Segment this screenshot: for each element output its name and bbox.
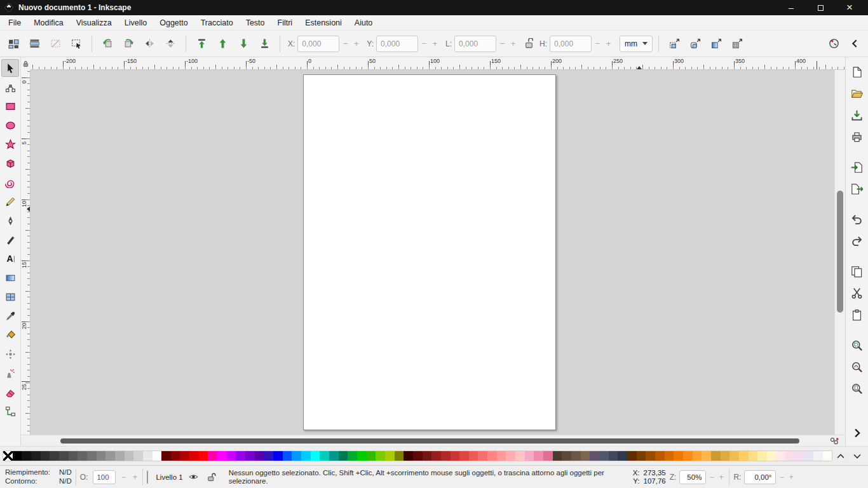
palette-swatch[interactable] xyxy=(245,451,255,461)
palette-swatch[interactable] xyxy=(161,451,171,461)
palette-swatch[interactable] xyxy=(87,451,97,461)
scale-gradient-toggle[interactable] xyxy=(707,34,726,53)
new-document-button[interactable] xyxy=(848,62,867,81)
vertical-scrollbar[interactable] xyxy=(834,70,845,435)
palette-swatch[interactable] xyxy=(255,451,264,461)
layer-selector[interactable]: Livello 1 xyxy=(156,473,182,481)
palette-swatch[interactable] xyxy=(478,451,487,461)
x-decrement-button[interactable]: − xyxy=(341,36,350,52)
y-input[interactable]: 0,000 xyxy=(376,36,418,52)
snap-settings-button[interactable] xyxy=(824,34,843,53)
palette-swatch[interactable] xyxy=(320,451,329,461)
bezier-pen-tool[interactable] xyxy=(1,212,19,229)
palette-swatch[interactable] xyxy=(562,451,571,461)
palette-swatch[interactable] xyxy=(618,451,627,461)
lower-to-bottom-button[interactable] xyxy=(255,34,274,53)
zoom-selection-button[interactable] xyxy=(848,336,867,355)
palette-swatch[interactable] xyxy=(515,451,525,461)
palette-swatch[interactable] xyxy=(339,451,348,461)
flip-vertical-button[interactable] xyxy=(161,34,180,53)
palette-swatch[interactable] xyxy=(22,451,31,461)
y-decrement-button[interactable]: − xyxy=(419,36,429,52)
palette-swatch[interactable] xyxy=(487,451,497,461)
menu-item[interactable]: Modifica xyxy=(28,17,69,29)
spiral-tool[interactable] xyxy=(1,173,19,191)
width-decrement-button[interactable]: − xyxy=(498,36,507,52)
palette-swatch[interactable] xyxy=(217,451,227,461)
palette-swatch[interactable] xyxy=(13,451,22,461)
lock-ratio-button[interactable] xyxy=(522,34,536,53)
flip-horizontal-button[interactable] xyxy=(140,34,159,53)
palette-swatch[interactable] xyxy=(348,451,357,461)
palette-swatch[interactable] xyxy=(3,451,13,461)
palette-swatch[interactable] xyxy=(553,451,562,461)
gradient-tool[interactable] xyxy=(1,269,19,287)
palette-swatch[interactable] xyxy=(823,451,832,461)
palette-swatch[interactable] xyxy=(208,451,217,461)
undo-button[interactable] xyxy=(848,210,867,229)
palette-swatch[interactable] xyxy=(804,451,813,461)
vertical-ruler[interactable]: 0510152025 xyxy=(21,70,31,435)
menu-item[interactable]: Filtri xyxy=(272,17,299,29)
stroke-value[interactable]: N/D xyxy=(59,477,72,485)
layer-visibility-toggle[interactable] xyxy=(187,470,201,484)
palette-swatch[interactable] xyxy=(795,451,804,461)
collapse-snapbar-button[interactable] xyxy=(845,34,864,53)
palette-swatch[interactable] xyxy=(125,451,134,461)
palette-swatch[interactable] xyxy=(702,451,711,461)
palette-swatch[interactable] xyxy=(59,451,69,461)
scale-stroke-toggle[interactable] xyxy=(665,34,684,53)
connector-tool[interactable] xyxy=(1,402,19,420)
select-all-button[interactable] xyxy=(4,34,23,53)
layer-lock-toggle[interactable] xyxy=(205,470,219,484)
palette-swatch[interactable] xyxy=(749,451,758,461)
close-button[interactable]: × xyxy=(835,0,864,15)
palette-swatch[interactable] xyxy=(329,451,339,461)
ruler-lock[interactable] xyxy=(21,57,31,70)
cut-button[interactable] xyxy=(848,283,867,302)
tweak-tool[interactable] xyxy=(1,345,19,363)
lower-button[interactable] xyxy=(234,34,253,53)
units-dropdown[interactable]: mm xyxy=(620,36,653,52)
menu-item[interactable]: Testo xyxy=(240,17,271,29)
duplicate-button[interactable] xyxy=(848,262,867,281)
palette-swatch[interactable] xyxy=(459,451,469,461)
print-button[interactable] xyxy=(848,127,867,146)
palette-swatch[interactable] xyxy=(423,451,432,461)
pencil-tool[interactable] xyxy=(1,193,19,210)
spray-tool[interactable] xyxy=(1,364,19,382)
palette-swatch[interactable] xyxy=(637,451,646,461)
palette-swatch[interactable] xyxy=(683,451,693,461)
palette-swatch[interactable] xyxy=(441,451,451,461)
horizontal-scrollbar[interactable] xyxy=(21,435,824,446)
rectangle-tool[interactable] xyxy=(1,97,19,115)
palette-swatch[interactable] xyxy=(785,451,795,461)
zoom-drawing-button[interactable] xyxy=(848,357,867,376)
horizontal-ruler[interactable]: -200-150-100-50050100150200250300350400 xyxy=(31,57,845,70)
import-button[interactable] xyxy=(848,158,867,177)
eraser-tool[interactable] xyxy=(1,383,19,401)
menu-item[interactable]: Oggetto xyxy=(154,17,193,29)
fill-value[interactable]: N/D xyxy=(59,468,72,477)
palette-swatch[interactable] xyxy=(506,451,515,461)
dropper-tool[interactable] xyxy=(1,307,19,325)
box-3d-tool[interactable] xyxy=(1,154,19,172)
palette-swatch[interactable] xyxy=(674,451,683,461)
zoom-in-button[interactable]: + xyxy=(717,473,725,482)
palette-swatch[interactable] xyxy=(301,451,311,461)
palette-swatch[interactable] xyxy=(395,451,404,461)
palette-swatch[interactable] xyxy=(776,451,785,461)
palette-swatch[interactable] xyxy=(627,451,637,461)
menu-item[interactable]: Aiuto xyxy=(349,17,379,29)
palette-swatch[interactable] xyxy=(97,451,106,461)
palette-swatch[interactable] xyxy=(283,451,292,461)
palette-swatch[interactable] xyxy=(41,451,50,461)
palette-swatch[interactable] xyxy=(180,451,189,461)
export-button[interactable] xyxy=(848,179,867,198)
menu-item[interactable]: Livello xyxy=(119,17,153,29)
zoom-page-button[interactable] xyxy=(848,379,867,398)
palette-swatch[interactable] xyxy=(273,451,283,461)
canvas-area[interactable] xyxy=(31,70,834,435)
palette-swatch[interactable] xyxy=(50,451,59,461)
palette-swatch[interactable] xyxy=(609,451,618,461)
